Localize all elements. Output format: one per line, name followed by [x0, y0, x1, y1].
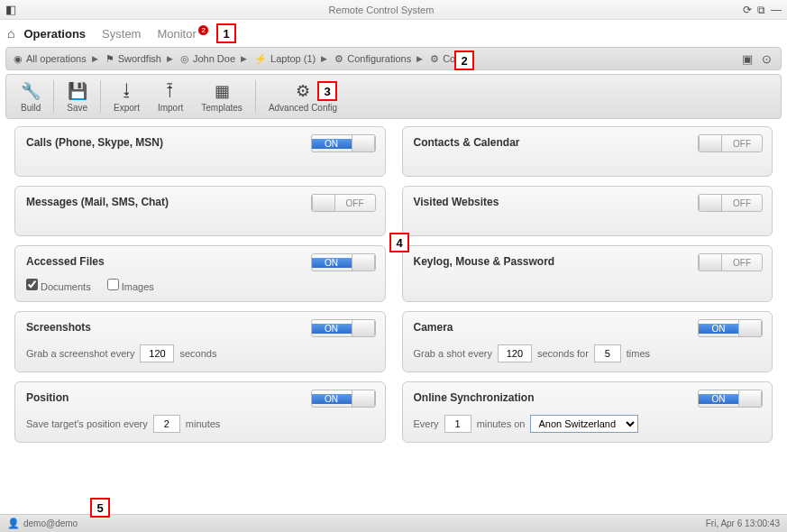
crumb-all-operations[interactable]: All operations [26, 53, 87, 64]
app-icon: ◧ [5, 3, 20, 16]
card-camera: Camera ON OFF Grab a shot every seconds … [402, 311, 773, 372]
toolbar: 🔧 Build 💾 Save ⭳ Export ⭱ Import ▦ Templ… [5, 74, 782, 119]
card-screenshots: Screenshots ON OFF Grab a screenshot eve… [14, 311, 386, 372]
toggle-keylog[interactable]: ON OFF [698, 253, 763, 271]
crumb-laptop[interactable]: Laptop (1) [270, 53, 316, 64]
sync-server-select[interactable]: Anon Switzerland [530, 415, 638, 433]
toggle-contacts[interactable]: ON OFF [698, 134, 763, 152]
import-button[interactable]: ⭱ Import [149, 81, 192, 113]
chevron-right-icon: ▶ [92, 54, 98, 63]
gear-icon: ⚙ [430, 53, 439, 65]
import-icon: ⭱ [162, 81, 178, 101]
export-button[interactable]: ⭳ Export [105, 81, 149, 113]
status-datetime: Fri, Apr 6 13:00:43 [706, 518, 780, 528]
screenshot-interval-input[interactable] [140, 344, 174, 362]
settings-icon[interactable]: ⊙ [762, 52, 772, 66]
card-visited: Visited Websites ON OFF [402, 186, 773, 236]
camera-interval-input[interactable] [498, 344, 532, 362]
card-files: Accessed Files ON OFF Documents Images [14, 245, 386, 302]
save-icon: 💾 [68, 81, 87, 101]
gear-icon: ⚙ [334, 53, 343, 65]
sync-interval-input[interactable] [444, 415, 471, 433]
bolt-icon: ⚡ [254, 53, 267, 65]
chevron-right-icon: ▶ [241, 54, 247, 63]
tab-system[interactable]: System [102, 27, 141, 41]
card-messages: Messages (Mail, SMS, Chat) ON OFF [14, 186, 386, 236]
toggle-calls[interactable]: ON OFF [311, 134, 376, 152]
config-grid: Calls (Phone, Skype, MSN) ON OFF Contact… [0, 126, 787, 443]
build-button[interactable]: 🔧 Build [12, 81, 50, 113]
refresh-icon[interactable]: ⟳ [743, 4, 752, 16]
crumb-config[interactable]: Config [443, 53, 471, 64]
templates-icon: ▦ [215, 81, 230, 101]
monitor-badge: 2 [198, 25, 208, 35]
checkbox-documents[interactable]: Documents [26, 279, 91, 292]
breadcrumb: ◉ All operations ▶ ⚑ Swordfish ▶ ◎ John … [5, 47, 782, 70]
card-keylog: Keylog, Mouse & Password ON OFF [402, 245, 773, 302]
minimize-icon[interactable]: — [771, 4, 782, 16]
toggle-messages[interactable]: ON OFF [311, 194, 376, 212]
tab-operations[interactable]: Operations [23, 27, 86, 41]
gears-icon: ⚙ [296, 81, 310, 101]
toggle-screenshots[interactable]: ON OFF [311, 319, 376, 337]
crumb-john-doe[interactable]: John Doe [193, 53, 235, 64]
camera-times-input[interactable] [594, 344, 621, 362]
window-controls: ⟳ ⧉ — [743, 4, 782, 16]
advanced-config-button[interactable]: ⚙ Advanced Config [260, 81, 346, 113]
toggle-visited[interactable]: ON OFF [698, 194, 763, 212]
position-interval-input[interactable] [153, 415, 180, 433]
export-icon: ⭳ [119, 81, 135, 101]
chevron-right-icon: ▶ [416, 54, 423, 63]
title-bar: ◧ Remote Control System ⟳ ⧉ — [0, 0, 787, 20]
templates-button[interactable]: ▦ Templates [192, 81, 252, 113]
save-button[interactable]: 💾 Save [58, 81, 96, 113]
chevron-right-icon: ▶ [321, 54, 327, 63]
flag-icon: ⚑ [105, 53, 114, 65]
target-icon: ◎ [180, 53, 189, 65]
card-calls: Calls (Phone, Skype, MSN) ON OFF [14, 126, 386, 177]
toggle-sync[interactable]: ON OFF [698, 390, 763, 408]
main-tabs: ⌂ Operations System Monitor 2 [0, 20, 787, 47]
card-contacts: Contacts & Calendar ON OFF [402, 126, 773, 177]
user-icon: 👤 [7, 518, 20, 529]
crumb-swordfish[interactable]: Swordfish [118, 53, 161, 64]
wrench-icon: 🔧 [21, 81, 41, 101]
tab-monitor[interactable]: Monitor [157, 27, 196, 41]
card-sync: Online Synchronization ON OFF Every minu… [402, 381, 773, 443]
toggle-files[interactable]: ON OFF [311, 253, 376, 271]
globe-icon[interactable]: ◉ [14, 53, 23, 65]
checkbox-images[interactable]: Images [107, 279, 154, 292]
maximize-icon[interactable]: ⧉ [757, 4, 765, 16]
window-title: Remote Control System [20, 5, 743, 15]
home-icon[interactable]: ⌂ [7, 26, 14, 41]
status-bar: 👤 demo@demo Fri, Apr 6 13:00:43 [0, 514, 787, 532]
toggle-camera[interactable]: ON OFF [698, 319, 763, 337]
image-icon[interactable]: ▣ [742, 52, 753, 66]
toggle-position[interactable]: ON OFF [311, 390, 376, 408]
status-user: demo@demo [23, 518, 78, 528]
card-position: Position ON OFF Save target's position e… [14, 381, 386, 443]
chevron-right-icon: ▶ [167, 54, 173, 63]
crumb-configurations[interactable]: Configurations [347, 53, 411, 64]
